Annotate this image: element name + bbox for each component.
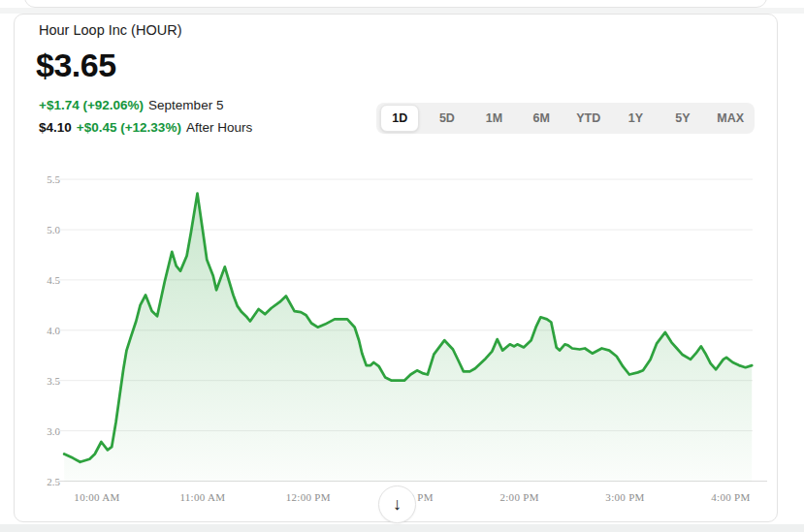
y-axis-tick-label: 3.0 [33, 424, 60, 438]
x-axis-tick-label: 3:00 PM [585, 491, 666, 503]
tab-label: 5Y [664, 106, 700, 131]
x-axis-tick-label: 12:00 PM [268, 491, 349, 503]
stock-summary-card [14, 14, 778, 522]
page-bottom-strip [0, 524, 804, 532]
daily-change-row: +$1.74 (+92.06%)September 5 [39, 98, 228, 112]
expand-chart-button[interactable]: ↓ [378, 485, 416, 523]
tab-label: 1D [380, 105, 419, 132]
y-axis-tick-label: 4.5 [33, 273, 60, 287]
y-axis-tick-label: 3.5 [33, 374, 60, 388]
down-arrow-icon: ↓ [393, 494, 402, 515]
after-hours-change: +$0.45 (+12.33%) [77, 120, 181, 135]
tab-ytd[interactable]: YTD [564, 103, 612, 134]
tab-label: MAX [706, 106, 755, 131]
tab-max[interactable]: MAX [706, 103, 755, 134]
tab-label: 6M [522, 106, 560, 131]
tab-label: YTD [565, 106, 611, 131]
company-name: Hour Loop Inc (HOUR) [39, 22, 181, 38]
tab-6m[interactable]: 6M [518, 103, 565, 134]
x-axis-tick-label: 2:00 PM [479, 491, 561, 503]
daily-change-value: +$1.74 (+92.06%) [39, 98, 144, 112]
quote-date: September 5 [148, 98, 223, 112]
tab-5d[interactable]: 5D [424, 103, 471, 134]
tab-label: 5D [429, 106, 466, 131]
tab-1d[interactable]: 1D [376, 103, 424, 134]
y-axis-tick-label: 2.5 [33, 475, 60, 488]
tab-5y[interactable]: 5Y [659, 103, 707, 134]
after-hours-price: $4.10 [39, 120, 72, 135]
time-range-tabs: 1D5D1M6MYTD1Y5YMAX [376, 103, 755, 134]
current-price: $3.65 [36, 47, 116, 84]
y-axis-tick-label: 4.0 [33, 324, 60, 337]
x-axis-tick-label: 10:00 AM [56, 491, 138, 503]
stock-chart-page: Hour Loop Inc (HOUR) $3.65 +$1.74 (+92.0… [0, 0, 804, 532]
previous-card-edge [24, 0, 767, 8]
x-axis-tick-label: 4:00 PM [690, 491, 771, 503]
y-axis-tick-label: 5.0 [33, 223, 60, 236]
tab-1m[interactable]: 1M [470, 103, 518, 134]
tab-1y[interactable]: 1Y [612, 103, 659, 134]
y-axis-tick-label: 5.5 [33, 172, 60, 186]
tab-label: 1M [475, 106, 513, 131]
x-axis-tick-label: 11:00 AM [162, 491, 243, 503]
after-hours-label: After Hours [186, 120, 252, 135]
tab-label: 1Y [618, 106, 654, 131]
after-hours-row: $4.10+$0.45 (+12.33%)After Hours [39, 120, 257, 135]
